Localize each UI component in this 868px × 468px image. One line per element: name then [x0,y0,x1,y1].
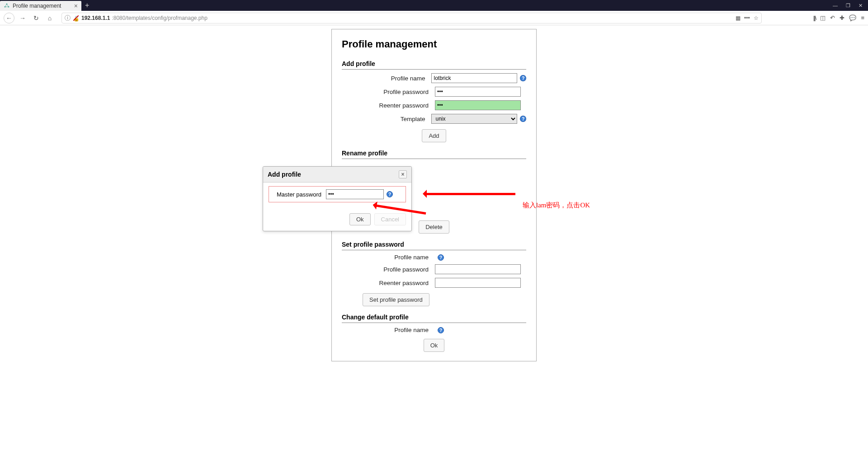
section-add-heading: Add profile [342,60,526,70]
tab-favicon [4,3,10,9]
add-button[interactable]: Add [422,129,446,142]
sidebar-icon[interactable]: ◫ [820,14,826,21]
undo-icon[interactable]: ↶ [830,14,835,21]
dialog-ok-button[interactable]: Ok [349,213,371,225]
window-minimize-icon[interactable]: — [833,3,838,9]
label-profile-name: Profile name [342,75,431,82]
input-profile-password[interactable] [435,87,521,97]
set-password-button[interactable]: Set profile password [363,293,429,306]
url-text: 192.168.1.1:8080/templates/config/profma… [81,15,733,21]
menu-icon[interactable]: ≡ [861,14,864,21]
input-master-password[interactable] [326,189,384,199]
window-maximize-icon[interactable]: ❐ [846,3,850,9]
qr-icon[interactable]: ▦ [736,15,741,21]
browser-tabbar: Profile management × + — ❐ ✕ [0,0,868,11]
label-profile-password: Profile password [342,89,435,95]
help-icon[interactable]: ? [520,116,526,122]
input-setpwd-reenter[interactable] [435,278,521,288]
window-close-icon[interactable]: ✕ [859,3,863,9]
page-viewport: Profile management Add profile Profile n… [0,25,868,468]
dialog-title: Add profile [268,171,301,178]
library-icon[interactable]: |||\ [813,14,816,21]
section-setpwd-heading: Set profile password [342,241,526,250]
help-icon[interactable]: ? [387,191,393,197]
insecure-lock-icon [73,15,79,21]
ok-button[interactable]: Ok [424,339,445,352]
page-title: Profile management [342,38,526,50]
annotation-arrow-icon [425,193,515,195]
section-rename-heading: Rename profile [342,150,526,159]
input-setpwd-password[interactable] [435,264,521,274]
bookmark-star-icon[interactable]: ☆ [754,15,759,21]
tab-close-icon[interactable]: × [74,2,78,9]
dialog-master-password-row: Master password ? [269,186,406,202]
back-button[interactable]: ← [4,13,14,23]
forward-button[interactable]: → [17,13,28,23]
dialog-close-icon[interactable]: × [399,170,407,178]
dialog-cancel-button[interactable]: Cancel [374,213,406,225]
label-setpwd-reenter: Reenter password [342,280,435,286]
input-reenter-password[interactable] [435,100,521,110]
label-setpwd-profile-name: Profile name [342,254,435,261]
select-template[interactable]: unix [431,114,517,124]
label-reenter-password: Reenter password [342,102,435,109]
help-icon[interactable]: ? [438,254,444,261]
browser-tab[interactable]: Profile management × [0,1,81,11]
new-tab-button[interactable]: + [81,1,93,9]
input-profile-name[interactable] [431,73,517,83]
reload-button[interactable]: ↻ [31,13,42,23]
label-default-profile-name: Profile name [342,327,435,333]
tab-title: Profile management [13,3,74,9]
extension-icon[interactable]: ✚ [840,14,844,21]
dialog-header[interactable]: Add profile × [263,167,411,183]
label-setpwd-profile-password: Profile password [342,266,435,273]
label-master-password: Master password [273,191,326,198]
section-default-heading: Change default profile [342,314,526,323]
help-icon[interactable]: ? [520,75,526,81]
chat-icon[interactable]: 💬 [849,14,856,21]
label-template: Template [342,116,431,122]
info-icon[interactable]: i [65,15,71,21]
page-actions-icon[interactable]: ••• [744,15,750,21]
delete-button[interactable]: Delete [419,220,449,234]
help-icon[interactable]: ? [438,327,444,333]
home-button[interactable]: ⌂ [44,13,55,23]
annotation-text: 输入lam密码，点击OK [523,201,590,210]
add-profile-dialog: Add profile × Master password ? Ok Cance… [263,166,412,231]
browser-toolbar: ← → ↻ ⌂ i 192.168.1.1:8080/templates/con… [0,11,868,25]
url-bar[interactable]: i 192.168.1.1:8080/templates/config/prof… [61,13,762,23]
